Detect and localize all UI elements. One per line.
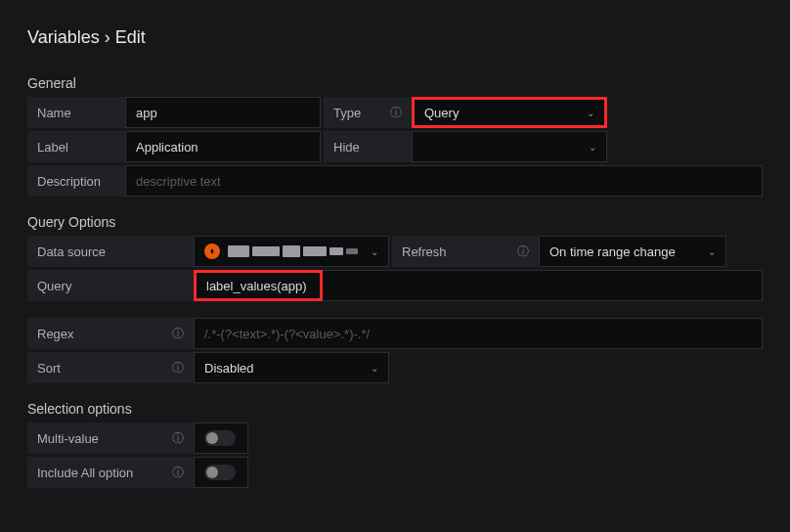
type-select[interactable]: Query ⌄ xyxy=(412,97,607,128)
description-input[interactable] xyxy=(125,165,763,197)
query-input[interactable] xyxy=(194,270,323,301)
name-input[interactable] xyxy=(125,97,321,128)
sort-label: Sort ⓘ xyxy=(27,352,194,383)
info-icon[interactable]: ⓘ xyxy=(172,465,184,481)
info-icon[interactable]: ⓘ xyxy=(172,326,184,342)
label-label: Label xyxy=(27,131,125,162)
info-icon[interactable]: ⓘ xyxy=(172,360,184,377)
hide-label: Hide xyxy=(324,131,412,162)
datasource-label: Data source xyxy=(27,236,194,267)
hide-select[interactable]: ⌄ xyxy=(412,131,607,162)
include-all-toggle[interactable] xyxy=(204,465,236,480)
section-query-options-title: Query Options xyxy=(27,214,763,230)
description-label: Description xyxy=(27,165,125,197)
name-label: Name xyxy=(27,97,125,128)
label-input[interactable] xyxy=(125,131,321,162)
refresh-label: Refresh ⓘ xyxy=(392,236,539,267)
info-icon[interactable]: ⓘ xyxy=(517,244,529,260)
query-label: Query xyxy=(27,270,194,301)
datasource-select[interactable]: ⌄ xyxy=(194,236,389,267)
regex-input[interactable] xyxy=(194,318,763,349)
include-all-label: Include All option ⓘ xyxy=(27,457,194,488)
breadcrumb-current: Edit xyxy=(115,27,146,47)
section-general-title: General xyxy=(27,75,763,91)
redacted-text xyxy=(228,245,358,257)
prometheus-icon xyxy=(204,244,220,259)
sort-select[interactable]: Disabled ⌄ xyxy=(194,352,389,383)
multi-value-toggle[interactable] xyxy=(204,430,236,446)
refresh-select[interactable]: On time range change ⌄ xyxy=(539,236,726,267)
breadcrumb: Variables › Edit xyxy=(27,27,763,48)
chevron-down-icon: ⌄ xyxy=(708,246,716,257)
query-input-ext[interactable] xyxy=(323,270,763,301)
chevron-down-icon: ⌄ xyxy=(371,363,378,374)
chevron-down-icon: ⌄ xyxy=(589,142,596,153)
chevron-down-icon: ⌄ xyxy=(371,246,378,257)
regex-label: Regex ⓘ xyxy=(27,318,194,349)
section-selection-options-title: Selection options xyxy=(27,401,763,417)
info-icon[interactable]: ⓘ xyxy=(390,105,402,121)
type-label: Type ⓘ xyxy=(324,97,412,128)
chevron-down-icon: ⌄ xyxy=(587,108,594,118)
info-icon[interactable]: ⓘ xyxy=(172,430,184,447)
breadcrumb-parent: Variables xyxy=(27,27,100,47)
breadcrumb-separator: › xyxy=(105,27,110,47)
multi-value-label: Multi-value ⓘ xyxy=(27,422,194,454)
